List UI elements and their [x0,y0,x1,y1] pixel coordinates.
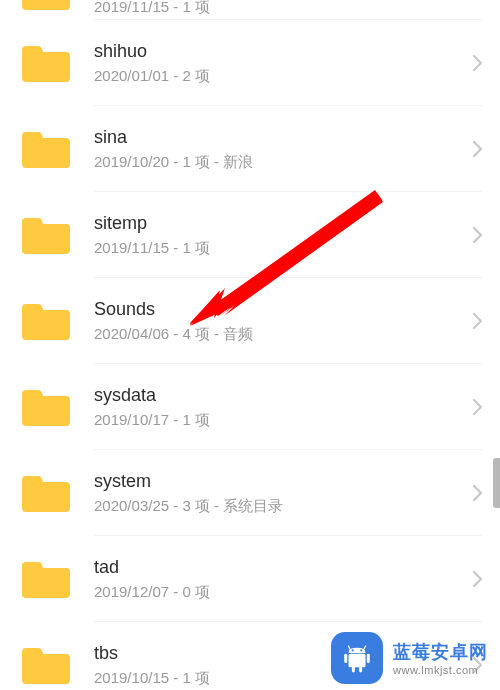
folder-name: shihuo [94,40,460,63]
chevron-right-icon [468,397,488,417]
scroll-indicator[interactable] [493,458,500,508]
chevron-right-icon [468,569,488,589]
folder-icon [20,472,72,514]
android-icon [331,632,383,684]
folder-row[interactable]: sysdata 2019/10/17 - 1 项 [0,364,500,450]
folder-row[interactable]: sina 2019/10/20 - 1 项 - 新浪 [0,106,500,192]
folder-row[interactable]: Sounds 2020/04/06 - 4 项 - 音频 [0,278,500,364]
folder-row[interactable]: tad 2019/12/07 - 0 项 [0,536,500,622]
folder-icon [20,300,72,342]
watermark: 蓝莓安卓网 www.lmkjst.com [331,632,488,684]
folder-icon [20,386,72,428]
folder-info: sina 2019/10/20 - 1 项 - 新浪 [94,126,468,172]
chevron-right-icon [468,225,488,245]
watermark-text: 蓝莓安卓网 www.lmkjst.com [393,640,488,676]
folder-row[interactable]: system 2020/03/25 - 3 项 - 系统目录 [0,450,500,536]
chevron-right-icon [468,311,488,331]
svg-point-2 [352,649,354,651]
folder-info: shihuo 2020/01/01 - 2 项 [94,40,468,86]
svg-rect-7 [352,666,355,673]
folder-meta: 2020/04/06 - 4 项 - 音频 [94,325,460,344]
folder-meta: 2019/10/20 - 1 项 - 新浪 [94,153,460,172]
folder-icon [20,644,72,686]
folder-meta: 2019/10/17 - 1 项 [94,411,460,430]
folder-info: system 2020/03/25 - 3 项 - 系统目录 [94,470,468,516]
watermark-url: www.lmkjst.com [393,664,478,676]
folder-info: sysdata 2019/10/17 - 1 项 [94,384,468,430]
folder-info: tad 2019/12/07 - 0 项 [94,556,468,602]
folder-list: 2019/11/15 - 1 项 shihuo 2020/01/01 - 2 项… [0,0,500,690]
folder-meta: 2019/11/15 - 1 项 [94,239,460,258]
chevron-right-icon [468,483,488,503]
folder-meta: 2019/11/15 - 1 项 [94,0,480,17]
folder-name: Sounds [94,298,460,321]
folder-info: 2019/11/15 - 1 项 [94,0,488,17]
folder-meta: 2020/03/25 - 3 项 - 系统目录 [94,497,460,516]
folder-meta: 2020/01/01 - 2 项 [94,67,460,86]
chevron-right-icon [468,139,488,159]
chevron-right-icon [468,53,488,73]
folder-icon [20,128,72,170]
folder-info: Sounds 2020/04/06 - 4 项 - 音频 [94,298,468,344]
svg-rect-4 [349,654,366,668]
folder-name: sysdata [94,384,460,407]
folder-row[interactable]: shihuo 2020/01/01 - 2 项 [0,20,500,106]
watermark-title: 蓝莓安卓网 [393,640,488,664]
folder-row[interactable]: 2019/11/15 - 1 项 [0,0,500,20]
svg-rect-8 [359,666,362,673]
folder-info: sitemp 2019/11/15 - 1 项 [94,212,468,258]
folder-icon [20,42,72,84]
folder-name: sitemp [94,212,460,235]
folder-name: system [94,470,460,493]
folder-icon [20,558,72,600]
svg-point-3 [360,649,362,651]
svg-rect-5 [344,654,347,663]
folder-name: sina [94,126,460,149]
folder-name: tad [94,556,460,579]
folder-meta: 2019/12/07 - 0 项 [94,583,460,602]
folder-row[interactable]: sitemp 2019/11/15 - 1 项 [0,192,500,278]
svg-rect-6 [367,654,370,663]
folder-icon [20,0,72,12]
folder-icon [20,214,72,256]
